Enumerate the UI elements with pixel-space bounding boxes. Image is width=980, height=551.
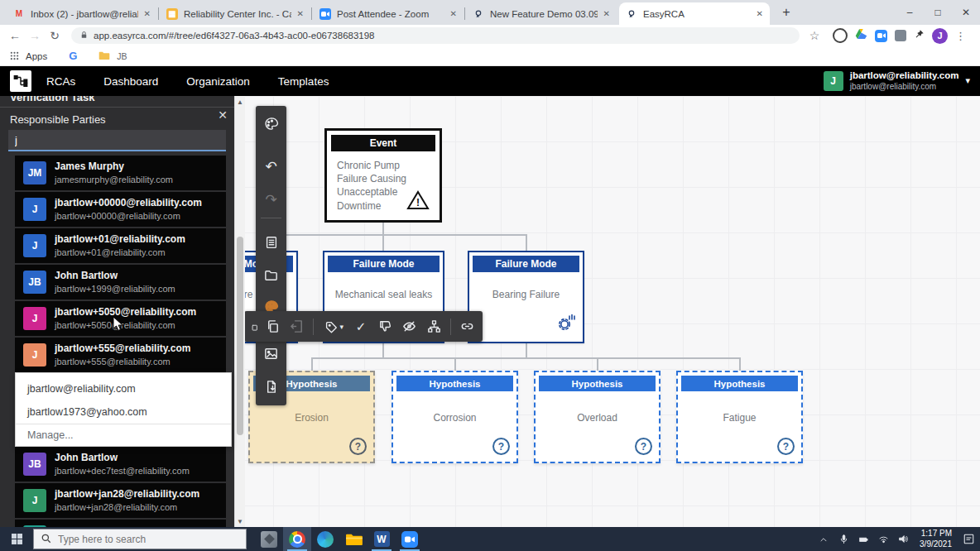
tree-canvas[interactable]: Event Chronic Pump Failure Causing Unacc… [0, 96, 980, 527]
apps-grid-icon[interactable] [10, 49, 19, 64]
tray-microphone-icon[interactable] [835, 527, 852, 551]
taskbar-app-explorer[interactable] [339, 527, 368, 551]
person-name: jbartlow+5050@reliability.com [55, 306, 196, 319]
chevron-down-icon[interactable]: ▾ [965, 75, 970, 86]
panel-close-icon[interactable]: ✕ [218, 108, 228, 122]
redo-icon[interactable]: ↷ [260, 189, 282, 211]
close-button[interactable]: ✕ [952, 0, 980, 25]
new-tab-button[interactable]: + [775, 0, 798, 25]
person-item[interactable]: J jbartlow+01@reliability.com jbartlow+0… [15, 228, 226, 263]
person-name: James Murphy [55, 161, 173, 174]
taskbar-app-zoom[interactable] [396, 527, 424, 551]
form-icon[interactable] [260, 231, 282, 253]
tray-chevron-up-icon[interactable] [815, 527, 832, 551]
bookmark-star-icon[interactable]: ☆ [805, 29, 824, 42]
google-bookmark-icon[interactable]: G [69, 50, 77, 62]
image-icon[interactable] [260, 343, 282, 365]
pin-extension-icon[interactable] [914, 28, 925, 43]
question-icon[interactable]: ? [349, 438, 367, 455]
scrollbar-thumb[interactable] [237, 237, 243, 435]
question-icon[interactable]: ? [777, 438, 795, 455]
forward-button[interactable]: → [25, 29, 45, 42]
extension-icon[interactable] [895, 30, 906, 41]
undo-icon[interactable]: ↶ [260, 156, 282, 178]
hypothesis-node-fatigue[interactable]: Hypothesis Fatigue ? [676, 371, 803, 463]
page-add-icon[interactable] [260, 376, 282, 398]
folder-icon[interactable] [260, 264, 282, 286]
nav-item-dashboard[interactable]: Dashboard [103, 75, 158, 88]
event-node[interactable]: Event Chronic Pump Failure Causing Unacc… [324, 128, 442, 223]
reload-button[interactable]: ↻ [45, 29, 65, 42]
person-item[interactable]: JB John Bartlow jbartlow+1999@reliabilit… [15, 265, 226, 299]
tab-close-icon[interactable]: ✕ [297, 9, 304, 18]
tag-dropdown-icon[interactable]: ▾ [319, 316, 347, 338]
minimize-button[interactable]: – [896, 0, 924, 25]
tab-close-icon[interactable]: ✕ [450, 9, 457, 18]
failure-mode-node-bearing[interactable]: Failure Mode Bearing Failure [468, 251, 584, 343]
person-item[interactable]: JM James Murphy jamesmurphy@reliability.… [15, 156, 226, 190]
zoom-extension-icon[interactable] [875, 30, 887, 42]
tab-close-icon[interactable]: ✕ [757, 9, 763, 18]
copy-icon[interactable] [262, 316, 283, 338]
tray-battery-icon[interactable] [855, 527, 872, 551]
person-item[interactable]: JB John Bartlow jbartlow+dec7test@reliab… [15, 447, 226, 482]
taskbar-app-word[interactable]: W [368, 527, 396, 551]
zoom-icon [319, 8, 331, 20]
app-logo[interactable] [10, 70, 31, 92]
person-item[interactable]: J jbartlow+jan28@reliability.com jbartlo… [15, 483, 226, 518]
drive-icon[interactable] [855, 28, 867, 43]
tray-wifi-icon[interactable] [875, 527, 891, 551]
address-bar[interactable]: app.easyrca.com/#/tree/ed6f4327-06a3-4b4… [71, 27, 800, 44]
maximize-button[interactable]: □ [924, 0, 952, 25]
link-icon[interactable] [457, 316, 478, 338]
action-center-icon[interactable] [960, 527, 977, 551]
bookmarks-folder-icon[interactable] [98, 49, 110, 64]
person-item[interactable]: J jbartlow+555@reliability.com jbartlow+… [15, 338, 226, 372]
tab-close-icon[interactable]: ✕ [144, 9, 151, 18]
browser-menu-icon[interactable]: ⋮ [955, 30, 966, 42]
bookmark-label[interactable]: JB [117, 51, 127, 61]
nav-item-rcas[interactable]: RCAs [46, 75, 75, 88]
person-item[interactable] [15, 520, 226, 527]
autofill-option[interactable]: jbartlow1973@yahoo.com [16, 400, 231, 424]
tray-speaker-icon[interactable] [895, 527, 911, 551]
tab-easyrca-active[interactable]: EasyRCA ✕ [619, 2, 770, 25]
apps-label[interactable]: Apps [26, 51, 47, 61]
extension-circle-icon[interactable] [833, 28, 848, 43]
paste-icon[interactable] [286, 316, 307, 338]
taskbar-search-input[interactable] [56, 533, 209, 546]
nav-item-organization[interactable]: Organization [186, 75, 250, 88]
autofill-manage[interactable]: Manage... [16, 424, 231, 446]
tab-inbox[interactable]: M Inbox (2) - jbartlow@reliability.c ✕ [7, 2, 157, 25]
verify-check-icon[interactable]: ✓ [350, 316, 371, 338]
panel-scrollbar[interactable]: ▲ ▼ [234, 96, 245, 527]
taskbar-app-chrome[interactable] [283, 527, 311, 551]
scroll-up-icon[interactable]: ▲ [235, 97, 245, 107]
tab-calendar[interactable]: ▦ Reliability Center Inc. - Calenda ✕ [160, 2, 310, 25]
start-button[interactable] [0, 527, 33, 551]
profile-avatar[interactable]: J [932, 28, 948, 44]
nav-item-templates[interactable]: Templates [278, 75, 329, 88]
taskbar-app-edge[interactable] [311, 527, 339, 551]
thumbs-down-icon[interactable] [375, 316, 396, 338]
back-button[interactable]: ← [5, 29, 25, 42]
tab-close-icon[interactable]: ✕ [603, 9, 610, 18]
hypothesis-node-corrosion[interactable]: Hypothesis Corrosion ? [392, 371, 518, 463]
person-item[interactable]: J jbartlow+00000@reliability.com jbartlo… [15, 192, 226, 227]
taskbar-app-generic[interactable] [255, 527, 283, 551]
eye-off-icon[interactable] [399, 316, 420, 338]
subtree-icon[interactable] [423, 316, 444, 338]
question-icon[interactable]: ? [492, 438, 510, 455]
theme-palette-icon[interactable] [260, 113, 282, 135]
question-icon[interactable]: ? [635, 438, 652, 455]
autofill-option[interactable]: jbartlow@reliability.com [16, 377, 231, 400]
tab-zoom[interactable]: Post Attendee - Zoom ✕ [313, 2, 464, 25]
scroll-down-icon[interactable]: ▼ [235, 516, 245, 526]
person-email: jbartlow+00000@reliability.com [55, 210, 202, 222]
taskbar-search[interactable] [33, 529, 247, 549]
taskbar-clock[interactable]: 1:17 PM 3/9/2021 [915, 529, 957, 549]
hypothesis-node-overload[interactable]: Hypothesis Overload ? [534, 371, 661, 463]
user-menu[interactable]: J jbartlow@reliability.com jbartlow@reli… [824, 70, 980, 92]
responsible-search-input[interactable] [8, 130, 226, 151]
tab-new-feature-demo[interactable]: New Feature Demo 03.09.21 ✕ [466, 2, 617, 25]
